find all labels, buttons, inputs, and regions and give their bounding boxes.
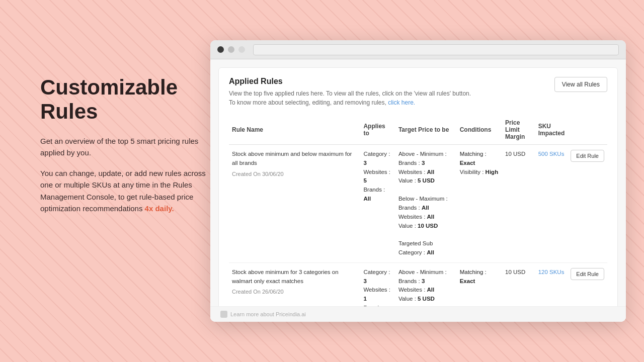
rules-header: Applied Rules View the top five applied … [229,77,607,107]
sub-text-1: Get an overview of the top 5 smart prici… [40,135,211,159]
target-websites: Websites : All [398,168,454,177]
price-limit-cell: 10 USD [502,145,535,263]
target-websites: Websites : All [398,286,454,295]
footer-text: Learn more about Priceindia.ai [230,311,306,317]
target-below-label: Below - Maximum : [398,195,454,204]
target-below-brands: Brands : All [398,204,454,213]
rule-name-text: Stock above minimum for 3 categories on … [232,268,357,286]
col-sku-impacted: SKUImpacted [535,115,568,145]
table-row: Stock above minimum and below maximum fo… [229,145,607,263]
target-above-label: Above - Minimum : [398,150,454,159]
rules-header-left: Applied Rules View the top five applied … [229,77,471,107]
browser-window: Applied Rules View the top five applied … [210,40,626,322]
target-brands: Brands : 3 [398,277,454,286]
col-target-price: Target Price to be [395,115,457,145]
minimize-dot[interactable] [228,46,234,53]
footer-icon [220,311,227,318]
target-sub-category: Targeted Sub Category : All [398,239,454,257]
col-price-limit: Price LimitMargin [502,115,535,145]
table-header: Rule Name Applies to Target Price to be … [229,115,607,145]
view-all-rules-button[interactable]: View all Rules [554,77,607,92]
rules-description: View the top five applied rules here. To… [229,89,471,107]
edit-rule-button[interactable]: Edit Rule [571,150,604,162]
sku-impacted-cell: 500 SKUs [535,145,568,263]
footer-bar: Learn more about Priceindia.ai [210,306,626,322]
applies-category: Category : 3 [363,268,392,286]
action-cell: Edit Rule [568,145,607,263]
target-price-cell: Above - Minimum : Brands : 3 Websites : … [395,145,457,263]
target-brands: Brands : 3 [398,159,454,168]
rules-section: Applied Rules View the top five applied … [218,67,618,322]
applies-websites: Websites : 1 [363,286,392,304]
browser-chrome [210,40,626,59]
price-limit-value: 10 USD [505,151,525,157]
close-dot[interactable] [217,46,224,53]
target-value: Value : 5 USD [398,176,454,186]
applies-category: Category : 3 [363,150,392,168]
price-limit-value: 10 USD [505,269,525,275]
col-conditions: Conditions [457,115,502,145]
browser-content: Applied Rules View the top five applied … [210,59,626,322]
conditions-matching: Matching : Exact [460,150,499,168]
sub-text-2: You can change, update, or add new rules… [40,167,211,214]
applies-websites: Websites : 5 [363,168,392,186]
col-applies-to: Applies to [360,115,395,145]
target-value: Value : 5 USD [398,295,454,304]
rules-title: Applied Rules [229,77,471,86]
applies-brands: Brands : All [363,186,392,204]
edit-rule-button[interactable]: Edit Rule [571,268,604,280]
rule-created-date: Created On 26/06/20 [232,288,357,296]
highlight-text: 4x daily. [145,204,174,213]
main-heading: Customizable Rules [40,75,211,124]
conditions-matching: Matching : Exact [460,268,499,286]
rule-name-cell: Stock above minimum and below maximum fo… [229,145,360,263]
rule-created-date: Created On 30/06/20 [232,170,357,178]
table-body: Stock above minimum and below maximum fo… [229,145,607,322]
rule-name-text: Stock above minimum and below maximum fo… [232,150,357,168]
target-below-websites: Websites : All [398,213,454,222]
target-below-value: Value : 10 USD [398,222,454,231]
rules-table: Rule Name Applies to Target Price to be … [229,115,607,322]
conditions-visibility: Visibility : High [460,168,499,177]
left-panel: Customizable Rules Get an overview of th… [40,75,211,223]
click-here-link[interactable]: click here. [388,99,415,106]
applies-to-cell: Category : 3 Websites : 5 Brands : All [360,145,395,263]
sku-count[interactable]: 120 SKUs [538,269,565,275]
address-bar [253,44,619,55]
col-rule-name: Rule Name [229,115,360,145]
conditions-cell: Matching : Exact Visibility : High [457,145,502,263]
maximize-dot[interactable] [238,46,245,53]
col-actions [568,115,607,145]
target-above-label: Above - Minimum : [398,268,454,277]
sku-count[interactable]: 500 SKUs [538,151,565,157]
